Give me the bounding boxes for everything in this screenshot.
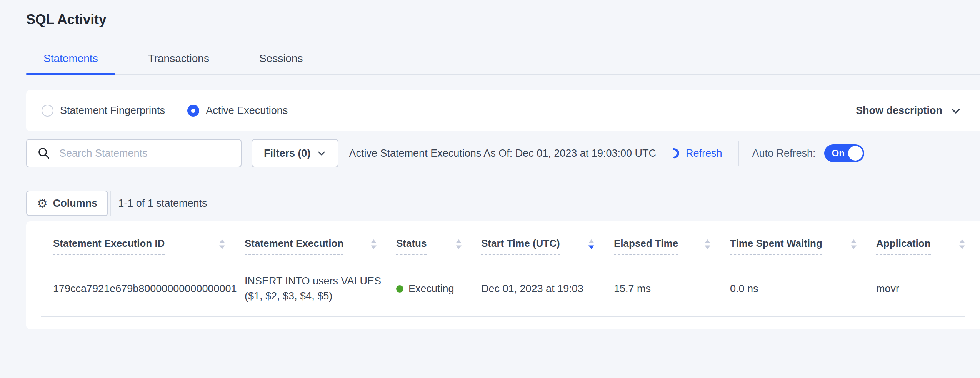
radio-statement-fingerprints-label: Statement Fingerprints — [60, 105, 165, 117]
tab-statements-label: Statements — [43, 52, 98, 64]
filters-button-label: Filters (0) — [264, 147, 311, 159]
column-header-statement-execution[interactable]: Statement Execution — [245, 221, 396, 261]
page-title: SQL Activity — [26, 0, 980, 28]
search-statements-box — [26, 139, 242, 167]
sort-arrows-icon — [850, 239, 857, 249]
sql-activity-page: SQL Activity Statements Transactions Ses… — [0, 0, 980, 329]
status-executing-dot-icon — [396, 285, 403, 293]
radio-active-executions-label: Active Executions — [206, 105, 288, 117]
results-count: 1-1 of 1 statements — [118, 197, 207, 209]
auto-refresh-toggle[interactable]: On — [824, 144, 864, 162]
column-header-start-time[interactable]: Start Time (UTC) — [481, 221, 614, 261]
radio-active-executions[interactable]: Active Executions — [187, 105, 288, 117]
show-description-button[interactable]: Show description — [856, 105, 962, 117]
statements-table: Statement Execution ID Statement Executi… — [41, 221, 965, 317]
cell-status: Executing — [396, 261, 481, 317]
columns-button[interactable]: ⚙ Columns — [26, 191, 108, 216]
gear-icon: ⚙ — [37, 197, 48, 209]
radio-unselected-icon — [42, 105, 53, 117]
filters-button[interactable]: Filters (0) — [252, 139, 338, 167]
column-header-status[interactable]: Status — [396, 221, 481, 261]
sort-arrows-icon — [959, 239, 965, 249]
sort-arrows-icon — [219, 239, 225, 249]
controls-row: Filters (0) Active Statement Executions … — [26, 139, 980, 167]
search-icon — [37, 146, 51, 160]
as-of-timestamp-text: Active Statement Executions As Of: Dec 0… — [349, 147, 656, 159]
table-toolbar: ⚙ Columns 1-1 of 1 statements — [26, 191, 980, 216]
column-header-time-spent-waiting[interactable]: Time Spent Waiting — [730, 221, 876, 261]
statements-table-card: Statement Execution ID Statement Executi… — [26, 221, 980, 329]
cell-statement: INSERT INTO users VALUES ($1, $2, $3, $4… — [245, 261, 396, 317]
sort-arrows-icon — [704, 239, 711, 249]
refresh-label: Refresh — [686, 147, 722, 159]
table-row: 179cca7921e679b80000000000000001 INSERT … — [41, 261, 965, 317]
chevron-down-icon — [317, 149, 326, 158]
columns-button-label: Columns — [53, 197, 98, 209]
sort-arrows-icon-desc-active — [588, 239, 595, 249]
tab-transactions[interactable]: Transactions — [131, 47, 227, 74]
column-header-elapsed-time[interactable]: Elapsed Time — [614, 221, 730, 261]
tab-statements[interactable]: Statements — [26, 47, 115, 74]
cell-elapsed-time: 15.7 ms — [614, 261, 730, 317]
sort-arrows-icon — [370, 239, 377, 249]
column-header-application[interactable]: Application — [876, 221, 965, 261]
view-mode-card: Statement Fingerprints Active Executions… — [26, 90, 980, 131]
auto-refresh-state-label: On — [832, 148, 845, 159]
show-description-label: Show description — [856, 105, 942, 117]
radio-selected-icon — [187, 105, 199, 117]
tab-bar: Statements Transactions Sessions — [26, 47, 980, 75]
sort-arrows-icon — [455, 239, 462, 249]
search-input[interactable] — [58, 147, 234, 160]
radio-statement-fingerprints[interactable]: Statement Fingerprints — [42, 105, 165, 117]
statement-text-line2: ($1, $2, $3, $4, $5) — [245, 289, 396, 304]
cell-application: movr — [876, 261, 965, 317]
vertical-divider — [738, 141, 739, 166]
statement-text-line1: INSERT INTO users VALUES — [245, 274, 396, 289]
cell-execution-id: 179cca7921e679b80000000000000001 — [41, 261, 245, 317]
table-header-row: Statement Execution ID Statement Executi… — [41, 221, 965, 261]
cell-time-spent-waiting: 0.0 ns — [730, 261, 876, 317]
tab-sessions[interactable]: Sessions — [242, 47, 320, 74]
status-label: Executing — [408, 283, 454, 295]
refresh-button[interactable]: Refresh — [668, 147, 722, 160]
tab-sessions-label: Sessions — [259, 52, 303, 64]
chevron-down-icon — [950, 105, 962, 117]
auto-refresh-label: Auto Refresh: — [752, 147, 816, 159]
tab-transactions-label: Transactions — [148, 52, 209, 64]
cell-start-time: Dec 01, 2023 at 19:03 — [481, 261, 614, 317]
toggle-knob — [848, 146, 863, 161]
column-header-statement-execution-id[interactable]: Statement Execution ID — [41, 221, 245, 261]
vertical-divider — [110, 191, 111, 216]
refresh-icon — [668, 147, 681, 160]
